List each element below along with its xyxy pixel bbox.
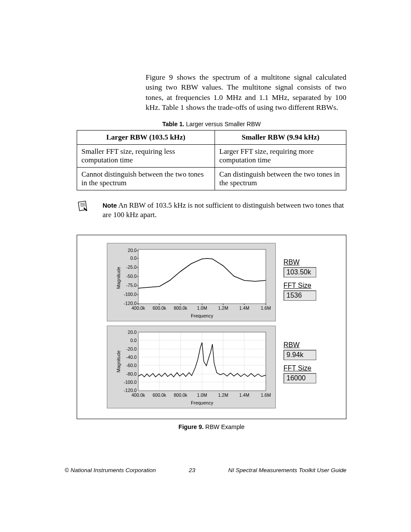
table-caption: Table 1. Larger versus Smaller RBW [77, 121, 346, 128]
svg-text:800.0k: 800.0k [174, 305, 187, 311]
svg-text:0.0: 0.0 [130, 338, 137, 343]
fig-caption-text: RBW Example [204, 423, 245, 430]
note-body: An RBW of 103.5 kHz is not sufficient to… [103, 201, 344, 219]
side-panel-1: RBW 103.50k FFT Size 1536 [283, 258, 316, 305]
th-larger: Larger RBW (103.5 kHz) [77, 130, 215, 144]
svg-text:0.0: 0.0 [130, 255, 137, 261]
svg-text:1.2M: 1.2M [218, 392, 228, 398]
svg-text:1.6M: 1.6M [261, 392, 271, 398]
ylabel-top: Magnitude [116, 267, 121, 289]
note-label: Note [103, 202, 117, 209]
footer-page: 23 [189, 467, 195, 473]
fig-caption-bold: Figure 9. [178, 423, 203, 430]
note-icon [77, 200, 89, 214]
table-caption-text: Larger versus Smaller RBW [184, 121, 261, 128]
svg-text:-75.0: -75.0 [126, 283, 137, 288]
chart-bottom: 20.0 0.0 -20.0 -40.0 -60.0 -80.0 -100.0 … [107, 326, 276, 408]
svg-text:-80.0: -80.0 [126, 371, 137, 376]
svg-text:-25.0: -25.0 [126, 264, 137, 270]
rbw-label-1: RBW [283, 258, 316, 266]
side-panel-2: RBW 9.94k FFT Size 16000 [283, 341, 316, 388]
table-caption-bold: Table 1. [162, 121, 184, 128]
th-smaller: Smaller RBW (9.94 kHz) [215, 130, 346, 144]
footer-right: NI Spectral Measurements Toolkit User Gu… [228, 467, 346, 473]
rbw-table: Larger RBW (103.5 kHz) Smaller RBW (9.94… [77, 130, 346, 190]
figure-caption: Figure 9. RBW Example [77, 423, 346, 430]
xlabel-top: Frequency [191, 313, 213, 318]
svg-text:-60.0: -60.0 [126, 363, 137, 368]
svg-text:1.2M: 1.2M [218, 305, 228, 311]
svg-text:1.4M: 1.4M [239, 305, 249, 311]
chart-top: 20.0 0.0 -25.0 -50.0 -75.0 -100.0 -120.0… [107, 243, 276, 321]
svg-text:400.0k: 400.0k [131, 305, 145, 311]
note-block: Note An RBW of 103.5 kHz is not sufficie… [77, 201, 346, 221]
svg-text:-40.0: -40.0 [126, 355, 137, 360]
svg-rect-35 [138, 332, 266, 391]
svg-text:1.0M: 1.0M [197, 392, 207, 398]
note-text: Note An RBW of 103.5 kHz is not sufficie… [103, 201, 346, 221]
fft-value-1: 1536 [283, 290, 316, 301]
footer-left: © National Instruments Corporation [65, 467, 156, 473]
figure-panel-2: 20.0 0.0 -20.0 -40.0 -60.0 -80.0 -100.0 … [107, 326, 316, 408]
xlabel-bot: Frequency [191, 400, 213, 405]
svg-text:-20.0: -20.0 [126, 346, 137, 352]
svg-text:1.0M: 1.0M [197, 305, 207, 311]
svg-text:20.0: 20.0 [128, 248, 137, 253]
svg-text:800.0k: 800.0k [174, 392, 187, 398]
td-r1-left: Smaller FFT size, requiring less computa… [77, 144, 215, 167]
rbw-value-2: 9.94k [283, 350, 316, 360]
svg-text:20.0: 20.0 [128, 330, 137, 335]
figure-panel-1: 20.0 0.0 -25.0 -50.0 -75.0 -100.0 -120.0… [107, 243, 316, 321]
rbw-label-2: RBW [283, 341, 316, 349]
td-r1-right: Larger FFT size, requiring more computat… [215, 144, 346, 167]
fft-label-1: FFT Size [283, 282, 316, 289]
svg-text:600.0k: 600.0k [153, 305, 166, 311]
rbw-value-1: 103.50k [283, 267, 316, 277]
svg-rect-5 [138, 249, 266, 304]
ylabel-bot: Magnitude [116, 351, 121, 373]
svg-text:-100.0: -100.0 [124, 292, 137, 297]
td-r2-right: Can distinguish between the two tones in… [215, 167, 346, 190]
svg-text:1.4M: 1.4M [239, 392, 249, 398]
page-footer: © National Instruments Corporation 23 NI… [65, 467, 346, 473]
svg-text:-100.0: -100.0 [124, 380, 137, 385]
svg-text:-50.0: -50.0 [126, 274, 137, 279]
figure-9-box: 20.0 0.0 -25.0 -50.0 -75.0 -100.0 -120.0… [77, 235, 346, 419]
fft-label-2: FFT Size [283, 364, 316, 372]
svg-text:600.0k: 600.0k [153, 392, 166, 398]
intro-paragraph: Figure 9 shows the spectrum of a multito… [146, 72, 346, 113]
svg-text:1.6M: 1.6M [261, 305, 271, 311]
fft-value-2: 16000 [283, 373, 316, 383]
td-r2-left: Cannot distinguish between the two tones… [77, 167, 215, 190]
svg-text:400.0k: 400.0k [131, 392, 145, 398]
